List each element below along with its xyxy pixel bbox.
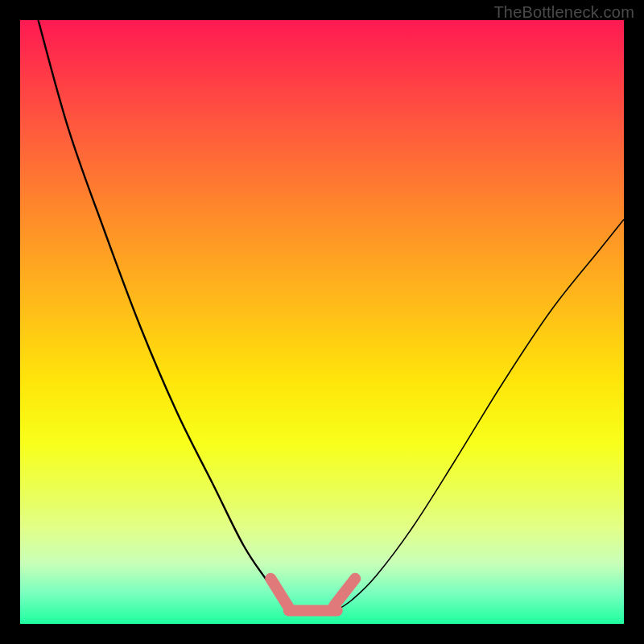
series-trough-marker-right [334,579,355,606]
curve-layer [20,20,624,624]
watermark-text: TheBottleneck.com [493,3,634,22]
series-right-curve [334,220,624,613]
series-left-curve [39,20,292,612]
series-trough-marker-left [270,579,289,608]
